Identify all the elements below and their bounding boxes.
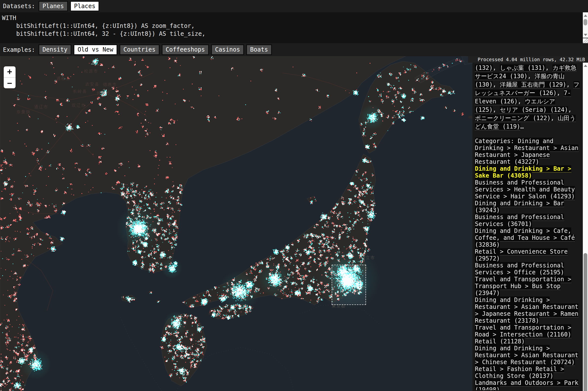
category-row: Business and Professional Services (3670… bbox=[475, 214, 580, 227]
datasets-buttons: PlanesPlaces bbox=[38, 1, 102, 11]
map-place-label: 奈曼旗 bbox=[16, 109, 31, 115]
editor-scrollbar[interactable] bbox=[583, 12, 588, 38]
category-link[interactable]: Dining and Drinking > Bar (39243) bbox=[475, 200, 564, 214]
category-link[interactable]: Travel and Transportation > Road > Inter… bbox=[475, 324, 571, 338]
top-chains-list: (132), しゃぶ葉 (131), カギ救急サービス24 (130), 洋服の… bbox=[475, 64, 580, 131]
dataset-button-planes[interactable]: Planes bbox=[38, 1, 68, 11]
category-row: Dining and Drinking > Cafe, Coffee, and … bbox=[475, 227, 580, 248]
resize-grip-icon[interactable] bbox=[583, 38, 588, 43]
chain-link[interactable]: しゃぶ葉 (131) bbox=[500, 64, 545, 71]
category-link[interactable]: Dining and Drinking > Restaurant > Asian… bbox=[475, 296, 578, 324]
category-row: Business and Professional Services > Off… bbox=[475, 262, 580, 276]
dataset-button-places[interactable]: Places bbox=[70, 1, 100, 11]
scroll-up-icon[interactable] bbox=[584, 65, 587, 67]
chain-link[interactable]: セリア (Seria) (124) bbox=[500, 106, 568, 113]
category-link[interactable]: Retail > Fashion Retail > Clothing Store… bbox=[475, 366, 564, 380]
category-row: Retail > Fashion Retail > Clothing Store… bbox=[475, 366, 580, 380]
scroll-up-icon[interactable] bbox=[584, 14, 587, 17]
editor-scrollbar-thumb[interactable] bbox=[584, 19, 587, 25]
results-content: (132), しゃぶ葉 (131), カギ救急サービス24 (130), 洋服の… bbox=[475, 64, 580, 390]
datasets-bar: Datasets: PlanesPlaces bbox=[0, 0, 588, 12]
map-selection-box[interactable] bbox=[332, 265, 366, 305]
category-link[interactable]: Dining and Drinking > Bar > Sake Bar (43… bbox=[475, 165, 571, 179]
map-place-label: 通辽市 bbox=[34, 104, 48, 109]
datasets-label: Datasets: bbox=[3, 3, 35, 10]
chain-link[interactable]: ポニークリーニング (122) bbox=[475, 115, 551, 122]
category-link[interactable]: Dining and Drinking > Cafe, Coffee, and … bbox=[475, 227, 575, 248]
example-button-coffeeshops[interactable]: Coffeeshops bbox=[162, 44, 209, 55]
map-place-label: 德惠市 bbox=[103, 81, 117, 87]
category-row: Retail (21128) bbox=[475, 338, 580, 345]
example-button-boats[interactable]: Boats bbox=[246, 44, 272, 55]
zoom-in-button[interactable]: + bbox=[4, 66, 15, 78]
category-row: Travel and Transportation > Road > Inter… bbox=[475, 324, 580, 338]
sql-editor[interactable]: WITH bitShiftLeft(1::UInt64, {z:UInt8}) … bbox=[0, 12, 588, 43]
category-link[interactable]: Retail (21128) bbox=[475, 338, 525, 345]
map-place-label: 松原市 bbox=[84, 68, 98, 74]
category-row: Business and Professional Services > Hea… bbox=[475, 179, 580, 200]
map-place-label: 农安县 bbox=[85, 81, 99, 87]
examples-label: Examples: bbox=[3, 46, 35, 53]
example-button-old-vs-new[interactable]: Old vs New bbox=[74, 44, 117, 55]
zoom-control: + − bbox=[4, 66, 15, 88]
map-place-label: 长岭县 bbox=[73, 89, 87, 94]
category-row: Travel and Transportation > Transport Hu… bbox=[475, 276, 580, 296]
examples-buttons: DensityOld vs NewCountriesCoffeeshopsCas… bbox=[38, 44, 274, 55]
category-row: Retail > Convenience Store (29572) bbox=[475, 248, 580, 262]
category-link[interactable]: Travel and Transportation > Transport Hu… bbox=[475, 276, 571, 296]
category-link[interactable]: Landmarks and Outdoors > Park (19498) bbox=[475, 380, 578, 390]
chain-link[interactable]: (132) bbox=[475, 64, 493, 71]
map-place-label: 通榆县 bbox=[57, 76, 71, 81]
category-row: Dining and Drinking > Restaurant > Asian… bbox=[475, 345, 580, 366]
category-row: Dining and Drinking > Bar (39243) bbox=[475, 200, 580, 214]
example-button-casinos[interactable]: Casinos bbox=[211, 44, 244, 55]
sql-code[interactable]: WITH bitShiftLeft(1::UInt64, {z:UInt8}) … bbox=[0, 12, 588, 43]
category-row: Landmarks and Outdoors > Park (19498) bbox=[475, 380, 580, 390]
example-button-countries[interactable]: Countries bbox=[120, 44, 159, 55]
categories-list: Categories: Dining and Drinking > Restau… bbox=[475, 138, 580, 390]
category-row: Dining and Drinking > Restaurant > Asian… bbox=[475, 296, 580, 324]
category-row: Dining and Drinking > Bar > Sake Bar (43… bbox=[475, 165, 580, 179]
zoom-out-button[interactable]: − bbox=[4, 78, 15, 89]
map-place-label: 双辽市 bbox=[72, 103, 86, 108]
chain-link[interactable]: 洋麺屋 五右衛門 (129) bbox=[500, 81, 566, 88]
category-link[interactable]: Business and Professional Services > Hea… bbox=[475, 179, 575, 200]
category-link[interactable]: Business and Professional Services (3670… bbox=[475, 214, 564, 227]
map-place-label: 长春市 bbox=[97, 90, 111, 96]
examples-bar: Examples: DensityOld vs NewCountriesCoff… bbox=[0, 43, 588, 56]
status-text: Processed 4.04 million rows, 42.32 MiB bbox=[478, 57, 588, 62]
sidebar-scrollbar-thumb[interactable] bbox=[584, 253, 587, 391]
category-link[interactable]: Retail > Convenience Store (29572) bbox=[475, 248, 568, 262]
example-button-density[interactable]: Density bbox=[38, 44, 71, 55]
results-panel: (132), しゃぶ葉 (131), カギ救急サービス24 (130), 洋服の… bbox=[472, 63, 588, 391]
status-bar: Processed 4.04 million rows, 42.32 MiB bbox=[468, 56, 588, 63]
categories-label: Categories: bbox=[475, 138, 518, 145]
scroll-down-icon[interactable] bbox=[584, 34, 587, 36]
category-link[interactable]: Dining and Drinking > Restaurant > Asian… bbox=[475, 345, 578, 366]
category-link[interactable]: Business and Professional Services > Off… bbox=[475, 262, 564, 276]
category-row: Categories: Dining and Drinking > Restau… bbox=[475, 138, 580, 165]
map-place-label: 日立市 bbox=[361, 255, 375, 260]
sidebar-scrollbar[interactable] bbox=[583, 63, 588, 391]
